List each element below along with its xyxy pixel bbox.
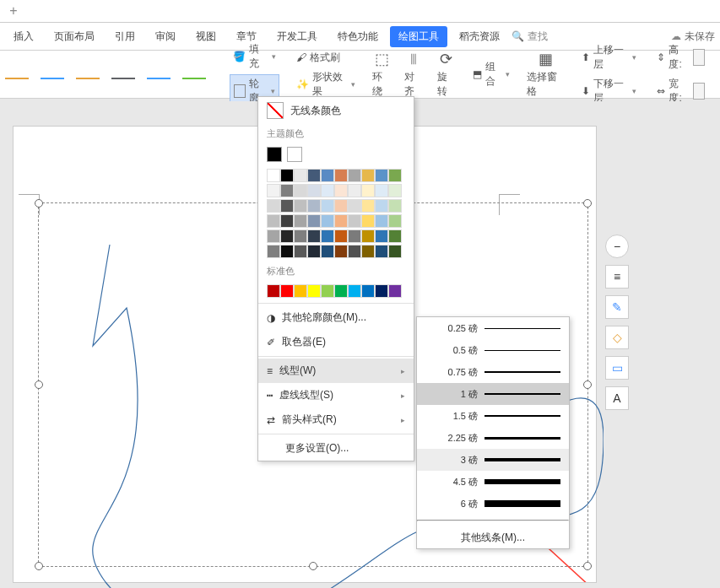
color-cell[interactable] (280, 214, 294, 228)
color-cell[interactable] (334, 284, 348, 298)
new-tab-button[interactable]: + (5, 3, 22, 19)
weight-1[interactable]: 1 磅 (417, 383, 569, 405)
color-cell[interactable] (361, 169, 375, 182)
zoom-out-button[interactable]: − (605, 235, 629, 258)
color-white[interactable] (287, 147, 302, 162)
menu-review[interactable]: 审阅 (147, 26, 184, 47)
search-button[interactable]: 🔍 查找 (512, 30, 548, 44)
side-panel-button-1[interactable]: ≡ (605, 265, 629, 289)
color-cell[interactable] (361, 214, 375, 228)
color-cell[interactable] (348, 214, 361, 228)
color-cell[interactable] (267, 199, 280, 213)
color-cell[interactable] (267, 245, 280, 258)
color-cell[interactable] (267, 169, 280, 182)
side-panel-button-2[interactable]: ✎ (605, 295, 629, 319)
menu-insert[interactable]: 插入 (5, 26, 42, 47)
color-cell[interactable] (375, 214, 388, 228)
color-cell[interactable] (375, 284, 388, 298)
color-cell[interactable] (361, 284, 375, 298)
color-cell[interactable] (361, 229, 375, 243)
color-cell[interactable] (388, 169, 402, 182)
color-cell[interactable] (307, 199, 321, 213)
weight-6[interactable]: 6 磅 (417, 493, 569, 515)
color-cell[interactable] (334, 245, 348, 258)
menu-feature[interactable]: 特色功能 (329, 26, 387, 47)
color-cell[interactable] (307, 284, 321, 298)
menu-drawing-tools[interactable]: 绘图工具 (390, 26, 447, 47)
more-settings-item[interactable]: 更多设置(O)... (258, 436, 414, 461)
color-cell[interactable] (388, 199, 402, 213)
color-cell[interactable] (388, 229, 402, 243)
weight-075[interactable]: 0.75 磅 (417, 361, 569, 383)
color-cell[interactable] (388, 184, 402, 197)
color-swatch[interactable] (147, 69, 171, 79)
color-cell[interactable] (388, 284, 402, 298)
weight-05[interactable]: 0.5 磅 (417, 339, 569, 361)
color-cell[interactable] (348, 199, 361, 213)
rotate-icon[interactable]: ⟳ (440, 50, 452, 68)
color-swatch[interactable] (76, 69, 100, 79)
color-cell[interactable] (280, 284, 294, 298)
color-cell[interactable] (334, 229, 348, 243)
weight-item[interactable]: ≡ 线型(W) ▸ (258, 359, 414, 383)
shape-effect-button[interactable]: ✨形状效果▾ (293, 68, 359, 100)
wrap-icon[interactable]: ⬚ (375, 50, 389, 68)
color-cell[interactable] (280, 229, 294, 243)
more-colors-item[interactable]: ◑ 其他轮廓颜色(M)... (258, 305, 414, 330)
color-swatch[interactable] (111, 69, 135, 79)
resize-handle[interactable] (35, 380, 43, 389)
color-cell[interactable] (361, 199, 375, 213)
format-painter-button[interactable]: 🖌格式刷 (293, 49, 359, 67)
menu-resource[interactable]: 稻壳资源 (451, 26, 508, 47)
color-cell[interactable] (348, 245, 361, 258)
color-cell[interactable] (321, 284, 334, 298)
color-cell[interactable] (388, 214, 402, 228)
arrow-style-item[interactable]: ⇄ 箭头样式(R) ▸ (258, 407, 414, 432)
no-line-color-item[interactable]: 无线条颜色 (258, 97, 414, 124)
color-cell[interactable] (267, 184, 280, 197)
color-cell[interactable] (321, 184, 334, 197)
color-cell[interactable] (294, 284, 307, 298)
color-cell[interactable] (334, 199, 348, 213)
weight-225[interactable]: 2.25 磅 (417, 427, 569, 449)
color-cell[interactable] (307, 229, 321, 243)
color-cell[interactable] (307, 169, 321, 182)
menu-reference[interactable]: 引用 (106, 26, 143, 47)
color-cell[interactable] (267, 214, 280, 228)
color-cell[interactable] (361, 245, 375, 258)
side-panel-button-4[interactable]: ▭ (605, 356, 629, 380)
color-cell[interactable] (307, 214, 321, 228)
color-cell[interactable] (334, 169, 348, 182)
color-cell[interactable] (280, 245, 294, 258)
color-swatch[interactable] (182, 69, 206, 79)
eyedropper-item[interactable]: ✐ 取色器(E) (258, 330, 414, 354)
color-cell[interactable] (294, 245, 307, 258)
color-cell[interactable] (321, 169, 334, 182)
other-lines-item[interactable]: 其他线条(M)... (417, 526, 569, 548)
weight-45[interactable]: 4.5 磅 (417, 471, 569, 493)
color-swatch[interactable] (5, 69, 29, 79)
color-cell[interactable] (375, 245, 388, 258)
bring-forward-button[interactable]: ⬆上移一层▾ (578, 41, 641, 73)
color-cell[interactable] (321, 229, 334, 243)
color-cell[interactable] (267, 284, 280, 298)
dash-item[interactable]: ┅ 虚线线型(S) ▸ (258, 383, 414, 407)
select-pane-icon[interactable]: ▦ (539, 50, 553, 68)
resize-handle[interactable] (583, 199, 592, 208)
width-spinner[interactable] (693, 83, 705, 100)
color-cell[interactable] (388, 245, 402, 258)
color-cell[interactable] (280, 184, 294, 197)
weight-3[interactable]: 3 磅 (417, 449, 569, 471)
color-cell[interactable] (294, 184, 307, 197)
color-cell[interactable] (375, 199, 388, 213)
color-cell[interactable] (280, 199, 294, 213)
color-cell[interactable] (361, 184, 375, 197)
color-cell[interactable] (294, 214, 307, 228)
color-cell[interactable] (348, 184, 361, 197)
color-cell[interactable] (348, 229, 361, 243)
side-panel-button-5[interactable]: A (605, 386, 629, 410)
color-cell[interactable] (267, 229, 280, 243)
weight-15[interactable]: 1.5 磅 (417, 405, 569, 427)
color-cell[interactable] (321, 245, 334, 258)
color-cell[interactable] (375, 169, 388, 182)
